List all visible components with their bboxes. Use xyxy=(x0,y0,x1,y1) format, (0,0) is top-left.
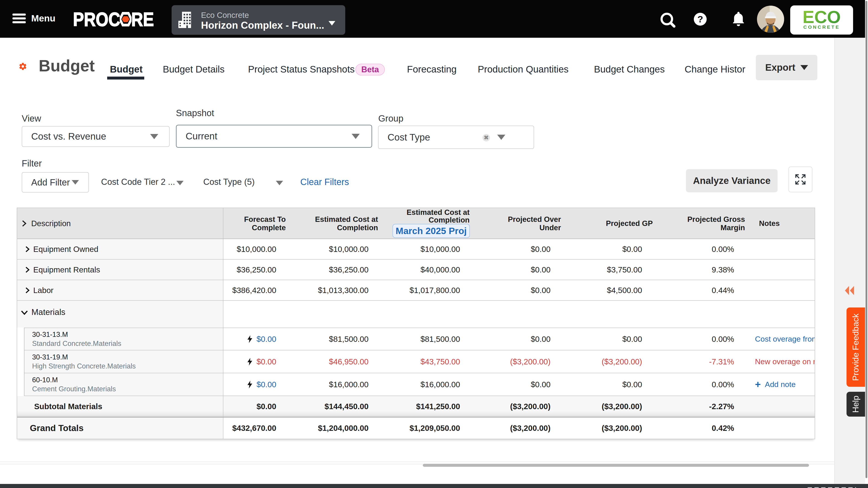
svg-text:?: ? xyxy=(697,14,703,24)
